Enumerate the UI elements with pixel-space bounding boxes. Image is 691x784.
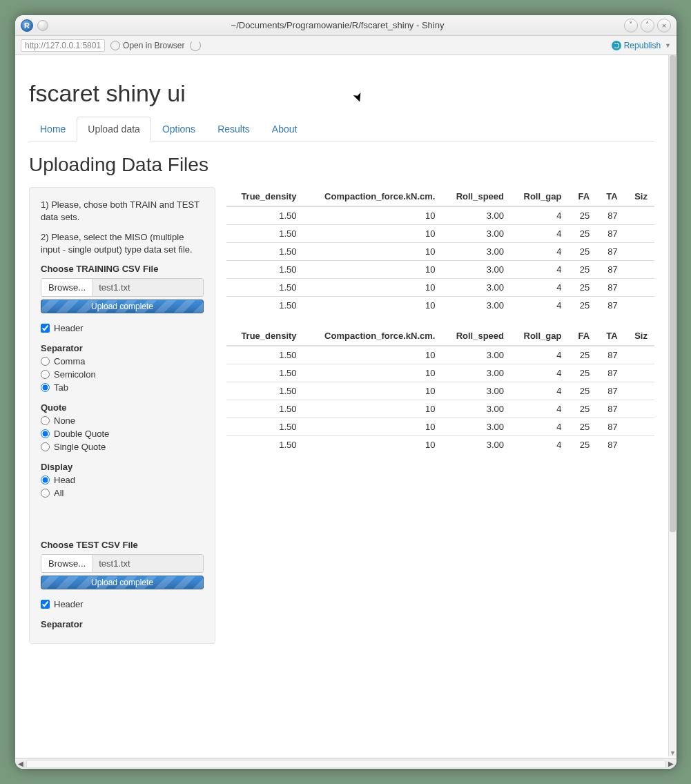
table-row: 1.50103.0042587 [226,418,654,436]
table-cell: 1.50 [226,243,304,261]
vertical-scrollbar[interactable]: ▲ ▼ [668,55,677,756]
tab-upload-data[interactable]: Upload data [77,117,151,141]
table-cell: 3.00 [442,382,511,400]
table-cell: 3.00 [442,436,511,454]
separator-radio-tab[interactable] [41,383,50,392]
scrollbar-thumb[interactable] [670,55,676,532]
table-cell: 4 [511,225,568,243]
scroll-down-icon[interactable]: ▼ [669,749,677,756]
table-cell: 25 [568,382,596,400]
table-cell: 4 [511,279,568,297]
open-in-browser-button[interactable]: Open in Browser [110,41,184,50]
table-cell: 25 [568,436,596,454]
table-cell: 3.00 [442,364,511,382]
republish-button[interactable]: Republish ▼ [612,41,671,50]
table-cell: 1.50 [226,382,304,400]
table-cell: 4 [511,243,568,261]
quote-radio-single-quote[interactable] [41,442,50,451]
maximize-button[interactable]: ˄ [641,19,654,32]
display-radio-head[interactable] [41,476,50,484]
quote-option-label: None [54,415,75,426]
scroll-left-icon[interactable]: ◀ [15,760,26,767]
publish-icon [612,41,621,50]
horizontal-scrollbar[interactable]: ◀ ▶ [15,758,677,769]
table-cell: 10 [304,364,442,382]
table-cell: 25 [568,364,596,382]
rstudio-viewer-window: R ~/Documents/Programowanie/R/fscaret_sh… [15,15,677,769]
table-cell: 1.50 [226,225,304,243]
header-checkbox-test[interactable] [41,600,50,609]
url-field[interactable]: http://127.0.0.1:5801 [21,39,105,52]
separator2-group-label: Separator [41,619,204,629]
nav-tabs: HomeUpload dataOptionsResultsAbout [29,117,654,141]
scroll-right-icon[interactable]: ▶ [665,760,677,767]
table-cell: 10 [304,206,442,225]
tab-about[interactable]: About [261,117,309,141]
reload-icon[interactable] [190,40,201,51]
training-upload-progress: Upload complete [41,300,204,313]
separator-radio-semicolon[interactable] [41,370,50,379]
training-file-input[interactable]: Browse... test1.txt [41,278,204,297]
separator-group-label: Separator [41,343,204,353]
quote-radio-double-quote[interactable] [41,429,50,438]
table-cell: 4 [511,364,568,382]
separator-option-label: Tab [54,382,68,393]
table-cell: 87 [596,243,625,261]
quote-option-label: Single Quote [54,442,106,452]
table-cell: 4 [511,297,568,315]
table-cell: 1.50 [226,206,304,225]
table-cell: 1.50 [226,279,304,297]
table-cell: 3.00 [442,346,511,364]
table-cell: 10 [304,382,442,400]
table-cell: 10 [304,418,442,436]
table-cell: 4 [511,436,568,454]
table-cell: 87 [596,436,625,454]
separator-radio-comma[interactable] [41,357,50,366]
tab-options[interactable]: Options [151,117,206,141]
table-cell: 25 [568,243,596,261]
table-cell: 10 [304,225,442,243]
table-cell: 25 [568,346,596,364]
republish-label: Republish [624,41,661,50]
globe-icon [110,41,120,50]
hint-text-2: 2) Please, select the MISO (multiple inp… [41,231,204,255]
table-cell: 3.00 [442,225,511,243]
test-data-table: True_densityCompaction_force.kN.cm.Roll_… [226,326,654,453]
table-cell: 25 [568,418,596,436]
table-cell: 25 [568,279,596,297]
test-file-input[interactable]: Browse... test1.txt [41,554,204,573]
table-cell: 87 [596,279,625,297]
header-checkbox-train[interactable] [41,324,50,333]
table-row: 1.50103.0042587 [226,206,654,225]
quote-radio-none[interactable] [41,416,50,425]
table-cell: 1.50 [226,400,304,418]
column-header: FA [568,326,596,346]
browse-button[interactable]: Browse... [41,279,93,296]
table-cell: 4 [511,346,568,364]
table-cell: 1.50 [226,364,304,382]
tab-home[interactable]: Home [29,117,77,141]
browse-button-test[interactable]: Browse... [41,555,93,572]
app-title: fscaret shiny ui [29,80,654,107]
column-header: FA [568,187,596,206]
table-cell: 25 [568,261,596,279]
section-title: Uploading Data Files [29,154,654,176]
table-cell: 10 [304,279,442,297]
tab-results[interactable]: Results [206,117,261,141]
table-cell: 4 [511,400,568,418]
test-file-label: Choose TEST CSV File [41,540,204,550]
display-radio-all[interactable] [41,489,50,498]
column-header: Roll_gap [511,187,568,206]
minimize-button[interactable]: ˅ [624,19,638,32]
r-logo-icon: R [21,19,33,32]
titlebar: R ~/Documents/Programowanie/R/fscaret_sh… [15,15,677,36]
table-row: 1.50103.0042587 [226,382,654,400]
test-filename: test1.txt [93,555,203,572]
table-row: 1.50103.0042587 [226,279,654,297]
quote-group-label: Quote [41,402,204,413]
stop-loading-icon[interactable] [37,20,48,31]
table-cell: 3.00 [442,261,511,279]
hscroll-track[interactable] [26,760,665,768]
display-option-label: All [54,488,64,498]
close-button[interactable]: × [657,19,671,32]
